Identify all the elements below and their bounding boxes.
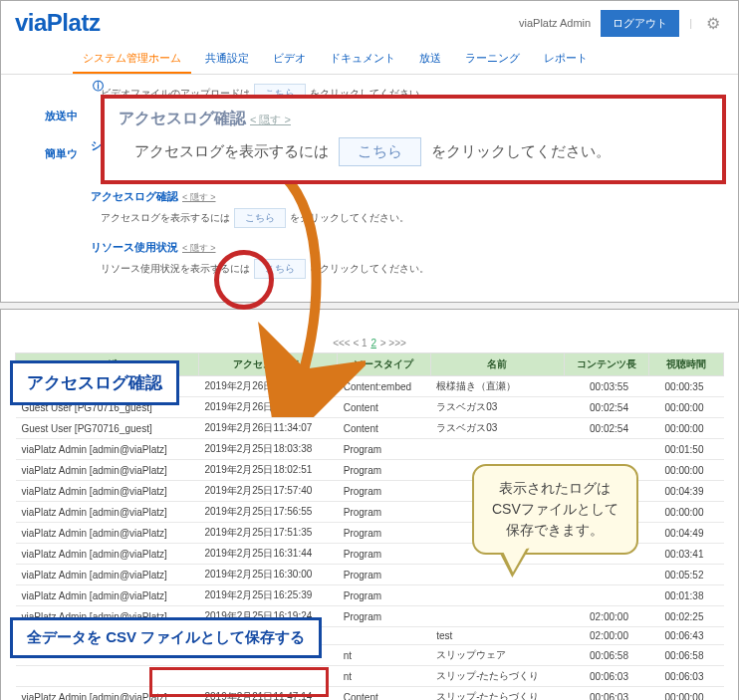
nav-item-4[interactable]: 放送: [409, 45, 451, 74]
cell: 00:00:00: [648, 502, 724, 523]
cell: 00:01:50: [648, 439, 724, 460]
cell: 00:02:25: [648, 606, 724, 627]
cell: [430, 606, 564, 627]
cell: Program: [338, 585, 430, 606]
cell: Program: [338, 606, 430, 627]
cell: Program: [338, 565, 430, 585]
callout-title: アクセスログ確認< 隠す >: [119, 109, 708, 129]
cell: 00:00:00: [648, 397, 724, 418]
cell: 00:04:49: [648, 523, 724, 544]
column-header: コンテンツ長: [564, 353, 648, 376]
section-head: アクセスログ確認< 隠す >: [91, 189, 718, 204]
cell: 00:06:03: [564, 666, 648, 687]
table-row: viaPlatz Admin [admin@viaPlatz]2019年2月25…: [16, 565, 724, 585]
user-label: viaPlatz Admin: [519, 17, 591, 29]
page-link[interactable]: 2: [370, 338, 376, 349]
logout-button[interactable]: ログアウト: [601, 10, 679, 37]
cell: 2019年2月25日18:03:38: [198, 439, 337, 460]
cell: 00:00:00: [648, 687, 724, 701]
callout-access-log: アクセスログ確認< 隠す > アクセスログを表示するには こちら をクリックして…: [101, 95, 726, 184]
table-row: ntスリップ-たたらづくり00:06:0300:06:03: [16, 666, 724, 687]
cell: Content: [338, 418, 430, 439]
cell: 2019年2月25日17:57:40: [198, 481, 337, 502]
hide-link[interactable]: < 隠す >: [250, 114, 291, 125]
divider: |: [689, 17, 692, 29]
nav-item-5[interactable]: ラーニング: [455, 45, 530, 74]
section-head: リソース使用状況< 隠す >: [91, 240, 718, 255]
cell: 2019年2月25日16:25:39: [198, 585, 337, 606]
column-header: ソースタイプ: [338, 353, 430, 376]
callout-text: アクセスログを表示するには こちら をクリックしてください。: [119, 137, 708, 166]
cell: Content:embed: [338, 376, 430, 397]
table-row: viaPlatz Admin [admin@viaPlatz]2019年2月25…: [16, 439, 724, 460]
cell: 2019年2月25日17:56:55: [198, 502, 337, 523]
cell: 2019年2月26日11:36:06: [198, 376, 337, 397]
cell: 00:00:00: [648, 460, 724, 481]
kochira-button[interactable]: こちら: [339, 137, 421, 166]
cell: viaPlatz Admin [admin@viaPlatz]: [16, 439, 199, 460]
cell: viaPlatz Admin [admin@viaPlatz]: [16, 460, 199, 481]
cell: 2019年2月26日11:34:19: [198, 397, 337, 418]
cell: 2019年2月25日16:30:00: [198, 565, 337, 585]
side-label-broadcast: 放送中: [45, 109, 78, 123]
cell: [338, 627, 430, 645]
cell: 00:04:39: [648, 481, 724, 502]
nav-item-3[interactable]: ドキュメント: [320, 45, 405, 74]
info-icon: ⓘ: [93, 79, 104, 94]
top-panel: viaPlatz viaPlatz Admin ログアウト | ⚙ システム管理…: [0, 0, 739, 303]
cell: ラスベガス03: [430, 418, 564, 439]
instruction-line: リソース使用状況を表示するにはこちらをクリックしてください。: [101, 259, 718, 279]
cell: [430, 585, 564, 606]
cell: [564, 585, 648, 606]
cell: viaPlatz Admin [admin@viaPlatz]: [16, 544, 199, 565]
csv-highlight-box: [149, 667, 329, 697]
cell: Program: [338, 523, 430, 544]
nav-tabs: システム管理ホーム共通設定ビデオドキュメント放送ラーニングレポート: [1, 41, 738, 75]
cell: viaPlatz Admin [admin@viaPlatz]: [16, 502, 199, 523]
cell: 2019年2月25日18:02:51: [198, 460, 337, 481]
cell: 00:06:58: [564, 645, 648, 666]
cell: 02:00:00: [564, 627, 648, 645]
cell: スリップ-たたらづくり: [430, 666, 564, 687]
side-label-easy: 簡単ウ: [45, 146, 78, 161]
nav-item-0[interactable]: システム管理ホーム: [73, 45, 191, 74]
cell: test: [430, 627, 564, 645]
logo: viaPlatz: [15, 9, 100, 37]
title-box-csv: 全データを CSV ファイルとして保存する: [10, 617, 322, 658]
nav-item-1[interactable]: 共通設定: [195, 45, 259, 74]
cell: viaPlatz Admin [admin@viaPlatz]: [16, 585, 199, 606]
cell: Program: [338, 502, 430, 523]
table-row: viaPlatz Admin [admin@viaPlatz]2019年2月21…: [16, 687, 724, 701]
cell: 00:06:43: [648, 627, 724, 645]
header: viaPlatz viaPlatz Admin ログアウト | ⚙: [1, 1, 738, 41]
column-header: 名前: [430, 353, 564, 376]
table-row: viaPlatz Admin [admin@viaPlatz]2019年2月25…: [16, 585, 724, 606]
cell: Content: [338, 397, 430, 418]
cell: 00:03:41: [648, 544, 724, 565]
highlight-circle: [214, 250, 274, 310]
cell: [564, 565, 648, 585]
cell: 00:06:03: [564, 687, 648, 701]
speech-bubble: 表示されたログは CSVファイルとして 保存できます。: [472, 464, 638, 555]
pagination: <<< < 1 2 > >>>: [1, 332, 738, 352]
cell: 2019年2月26日11:34:07: [198, 418, 337, 439]
nav-item-6[interactable]: レポート: [534, 45, 598, 74]
cell: nt: [338, 666, 430, 687]
cell: [564, 439, 648, 460]
cell: 00:03:55: [564, 376, 648, 397]
nav-item-2[interactable]: ビデオ: [263, 45, 316, 74]
cell: 00:00:35: [648, 376, 724, 397]
cell: Program: [338, 439, 430, 460]
cell: 00:06:58: [648, 645, 724, 666]
cell: 00:06:03: [648, 666, 724, 687]
table-row: Guest User [PG70716_guest]2019年2月26日11:3…: [16, 418, 724, 439]
gear-icon[interactable]: ⚙: [702, 14, 724, 33]
cell: viaPlatz Admin [admin@viaPlatz]: [16, 481, 199, 502]
column-header: 視聴時間: [648, 353, 724, 376]
cell: 2019年2月25日16:31:44: [198, 544, 337, 565]
cell: スリップウェア: [430, 645, 564, 666]
kochira-button[interactable]: こちら: [234, 208, 286, 228]
cell: 00:05:52: [648, 565, 724, 585]
instruction-line: アクセスログを表示するにはこちらをクリックしてください。: [101, 208, 718, 228]
cell: Program: [338, 460, 430, 481]
